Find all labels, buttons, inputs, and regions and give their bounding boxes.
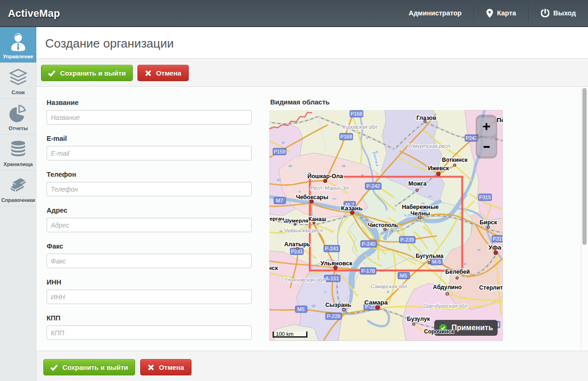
svg-text:Уфа: Уфа (488, 244, 501, 251)
svg-text:Оренбургская обл.: Оренбургская обл. (424, 303, 469, 309)
svg-text:Алатырь: Алатырь (284, 241, 310, 248)
svg-text:Р168: Р168 (340, 134, 352, 139)
svg-text:Р159: Р159 (273, 149, 286, 154)
svg-text:Бузулук: Бузулук (407, 316, 430, 322)
svg-text:Бирск: Бирск (479, 219, 497, 226)
svg-text:Чебоксары: Чебоксары (296, 194, 328, 201)
svg-text:Сызрань: Сызрань (325, 302, 351, 308)
svg-text:Р-239: Р-239 (400, 237, 414, 242)
svg-text:Сергач: Сергач (269, 216, 284, 222)
svg-text:Набережные: Набережные (402, 204, 438, 210)
svg-text:Воткинск: Воткинск (442, 157, 468, 163)
svg-text:Белебей: Белебей (445, 269, 470, 275)
svg-text:Можга: Можга (409, 180, 427, 187)
svg-text:Пермь: Пермь (497, 117, 503, 124)
svg-text:Р-228: Р-228 (327, 313, 340, 319)
svg-text:Глазов: Глазов (417, 115, 437, 121)
svg-text:А-151: А-151 (325, 276, 339, 281)
svg-text:Бугульма: Бугульма (416, 253, 444, 259)
svg-text:Абдулино: Абдулино (433, 284, 462, 291)
svg-text:нск: нск (269, 265, 278, 271)
svg-text:Р315: Р315 (479, 194, 491, 200)
svg-text:Респ. Марий-Эл: Респ. Марий-Эл (310, 185, 349, 191)
svg-text:Йошкар-Ола: Йошкар-Ола (308, 173, 344, 180)
svg-text:Шумерля: Шумерля (283, 218, 308, 223)
svg-text:Р-240: Р-240 (362, 241, 375, 247)
svg-text:Самара: Самара (364, 299, 388, 306)
svg-text:М7: М7 (276, 198, 283, 203)
svg-text:Кировская обл.: Кировская обл. (342, 124, 378, 130)
svg-text:Р-178: Р-178 (361, 268, 375, 274)
svg-text:Р315: Р315 (492, 236, 503, 242)
svg-text:Ульяновская обл.: Ульяновская обл. (284, 277, 326, 283)
svg-text:Канаш: Канаш (308, 216, 326, 222)
svg-text:Стерлитам: Стерлитам (479, 284, 503, 291)
svg-text:Чувашская респ.: Чувашская респ. (284, 228, 324, 233)
svg-text:М-5: М-5 (432, 259, 441, 264)
svg-text:Р-242: Р-242 (366, 183, 380, 189)
svg-text:Ижевск: Ижевск (428, 165, 449, 172)
svg-text:М5: М5 (400, 273, 407, 278)
svg-text:Самарская обл.: Самарская обл. (370, 284, 408, 289)
svg-text:Р168: Р168 (350, 111, 362, 117)
svg-text:Р-241: Р-241 (325, 246, 338, 251)
svg-text:Ульяновск: Ульяновск (321, 260, 353, 267)
svg-text:Удмуртская респ.: Удмуртская респ. (407, 143, 451, 149)
svg-text:М5: М5 (297, 306, 304, 312)
svg-text:Чистополь: Чистополь (368, 222, 398, 229)
